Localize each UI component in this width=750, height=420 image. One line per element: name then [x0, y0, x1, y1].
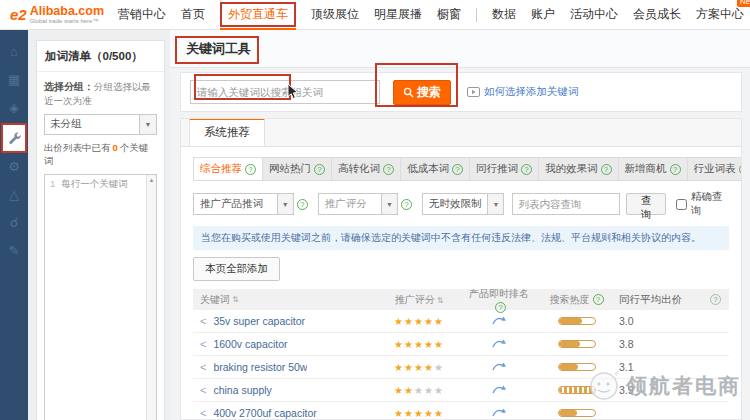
- score-stars: ★★★★★: [374, 316, 464, 327]
- score-filter-select[interactable]: 推广评分 ▼: [318, 193, 398, 215]
- nav-star-display[interactable]: 明星展播: [374, 6, 422, 23]
- avg-bid-cell: 3.9: [619, 384, 699, 396]
- subtab-high-conversion[interactable]: 高转化词?: [332, 157, 401, 181]
- keyword-cell[interactable]: 35v super capacitor: [213, 315, 305, 327]
- header-instant-rank: 产品即时排名: [469, 288, 529, 299]
- nav-home[interactable]: 首页: [181, 6, 205, 23]
- bid-keyword-count: 0: [111, 142, 120, 153]
- alibaba-logo[interactable]: e2 Alibaba.com Global trade starts here™: [10, 5, 104, 24]
- keyword-cell[interactable]: 400v 2700uf capacitor: [213, 407, 316, 419]
- header-score[interactable]: 推广评分: [395, 294, 435, 305]
- keyword-tool-rail-item[interactable]: [1, 123, 27, 153]
- help-icon[interactable]: ?: [452, 164, 463, 175]
- keyword-cell[interactable]: 1600v capacitor: [213, 338, 287, 350]
- add-all-on-page-button[interactable]: 本页全部添加: [193, 257, 280, 281]
- help-icon[interactable]: ?: [245, 164, 256, 175]
- trend-arrow-icon: [492, 384, 507, 394]
- help-icon[interactable]: ?: [401, 199, 412, 210]
- help-icon[interactable]: ?: [601, 164, 612, 175]
- add-keyword-icon[interactable]: <: [200, 361, 206, 373]
- keyword-cell[interactable]: china supply: [213, 384, 271, 396]
- subtab-low-cost[interactable]: 低成本词?: [401, 157, 470, 181]
- header-keyword[interactable]: 关键词: [200, 293, 230, 307]
- chevron-down-icon[interactable]: ▼: [277, 194, 293, 214]
- list-query-input[interactable]: [512, 193, 620, 215]
- keyword-cell[interactable]: braking resistor 50w: [213, 361, 307, 373]
- subtab-new-opportunity[interactable]: 新增商机?: [619, 157, 688, 181]
- textarea-placeholder: 每行一个关键词: [61, 178, 128, 420]
- tools-icon[interactable]: ✎: [7, 243, 22, 258]
- group-select[interactable]: 未分组 ▼: [44, 114, 157, 135]
- avg-bid-cell: 3.1: [619, 361, 699, 373]
- help-icon[interactable]: ?: [739, 164, 743, 175]
- chevron-down-icon[interactable]: ▼: [139, 115, 156, 134]
- gear-icon[interactable]: ⚙: [7, 159, 22, 174]
- apps-icon[interactable]: ▦: [7, 72, 22, 87]
- keyword-table: 关键词⇅ 推广评分⇅ 产品即时排名? 搜索热度? 同行平均出价 ? <35v s…: [193, 289, 729, 420]
- textarea-scrollbar[interactable]: ▲: [146, 175, 156, 420]
- scroll-up-icon[interactable]: ▲: [147, 175, 156, 185]
- instant-rank-cell[interactable]: [464, 314, 534, 328]
- help-icon[interactable]: ?: [521, 164, 532, 175]
- nav-plan-center[interactable]: 方案中心 New: [696, 6, 744, 23]
- alert-icon[interactable]: △: [7, 187, 22, 202]
- how-to-add-keywords-label: 如何选择添加关键词: [484, 85, 579, 99]
- nav-top-showcase[interactable]: 顶级展位: [311, 6, 359, 23]
- help-icon[interactable]: ?: [297, 199, 308, 210]
- nav-marketing-center[interactable]: 营销中心: [118, 6, 166, 23]
- checkbox-icon[interactable]: [676, 199, 687, 210]
- add-keyword-icon[interactable]: <: [200, 384, 206, 396]
- subtab-industry-wordlist[interactable]: 行业词表?: [688, 157, 743, 181]
- how-to-add-keywords-link[interactable]: 如何选择添加关键词: [467, 85, 579, 99]
- search-button[interactable]: 搜索: [393, 80, 451, 105]
- add-keyword-icon[interactable]: <: [200, 338, 206, 350]
- search-heat-bar: [558, 409, 596, 417]
- tab-system-recommend[interactable]: 系统推荐: [189, 118, 265, 146]
- subtab-my-effect-words[interactable]: 我的效果词?: [539, 157, 619, 181]
- home-icon[interactable]: ⌂: [7, 44, 22, 59]
- nav-activity-center[interactable]: 活动中心: [570, 6, 618, 23]
- help-icon[interactable]: ?: [314, 164, 325, 175]
- left-icon-rail: ⌂ ▦ ◈ ⚙ △ ☌ ✎: [0, 30, 28, 420]
- promotion-icon[interactable]: ◈: [7, 100, 22, 115]
- chevron-down-icon[interactable]: ▼: [487, 194, 503, 214]
- header-search-heat[interactable]: 搜索热度: [550, 293, 590, 307]
- keyword-search-input[interactable]: [190, 80, 380, 104]
- keyword-search-bar: 搜索 如何选择添加关键词: [180, 72, 742, 112]
- nav-p4p-express[interactable]: 外贸直通车: [220, 2, 296, 27]
- wrench-icon: [7, 131, 22, 146]
- exact-query-checkbox[interactable]: 精确查询: [676, 190, 729, 218]
- sort-icon[interactable]: ⇅: [437, 296, 444, 305]
- chevron-down-icon[interactable]: ▼: [381, 194, 397, 214]
- help-icon[interactable]: ?: [670, 164, 681, 175]
- add-keyword-icon[interactable]: <: [200, 315, 206, 327]
- add-list-title: 加词清单（0/500）: [37, 41, 164, 72]
- keyword-textarea[interactable]: 1 每行一个关键词 ▲: [44, 174, 157, 420]
- nav-showcase[interactable]: 橱窗: [437, 6, 461, 23]
- sort-icon[interactable]: ⇅: [232, 295, 239, 304]
- brand-name: Alibaba.com: [30, 5, 104, 18]
- subtab-comprehensive[interactable]: 综合推荐?: [193, 157, 263, 181]
- subtab-site-hot[interactable]: 网站热门?: [263, 157, 332, 181]
- help-icon[interactable]: ?: [383, 164, 394, 175]
- instant-rank-cell[interactable]: [464, 383, 534, 397]
- header-help-icon[interactable]: ?: [710, 294, 721, 305]
- word-source-select[interactable]: 推广产品推词 ▼: [193, 193, 294, 215]
- user-icon[interactable]: ☌: [7, 215, 22, 230]
- help-icon[interactable]: ?: [495, 302, 506, 313]
- time-limit-select[interactable]: 无时效限制 ▼: [422, 193, 505, 215]
- add-word-panel: 加词清单（0/500） 选择分组：分组选择以最近一次为准 未分组 ▼ 出价列表中…: [28, 30, 170, 420]
- table-row: <35v super capacitor ★★★★★ 3.0: [193, 310, 729, 333]
- subtab-peer-words[interactable]: 同行推词?: [470, 157, 539, 181]
- instant-rank-cell[interactable]: [464, 406, 534, 420]
- nav-account[interactable]: 账户: [531, 6, 555, 23]
- add-keyword-icon[interactable]: <: [200, 407, 206, 419]
- nav-data[interactable]: 数据: [492, 6, 516, 23]
- instant-rank-cell[interactable]: [464, 360, 534, 374]
- help-icon[interactable]: ?: [593, 294, 604, 305]
- query-button[interactable]: 查询: [626, 193, 666, 215]
- group-select-label: 选择分组：: [44, 81, 94, 92]
- nav-member-growth[interactable]: 会员成长: [633, 6, 681, 23]
- exact-query-label: 精确查询: [691, 190, 729, 218]
- instant-rank-cell[interactable]: [464, 337, 534, 351]
